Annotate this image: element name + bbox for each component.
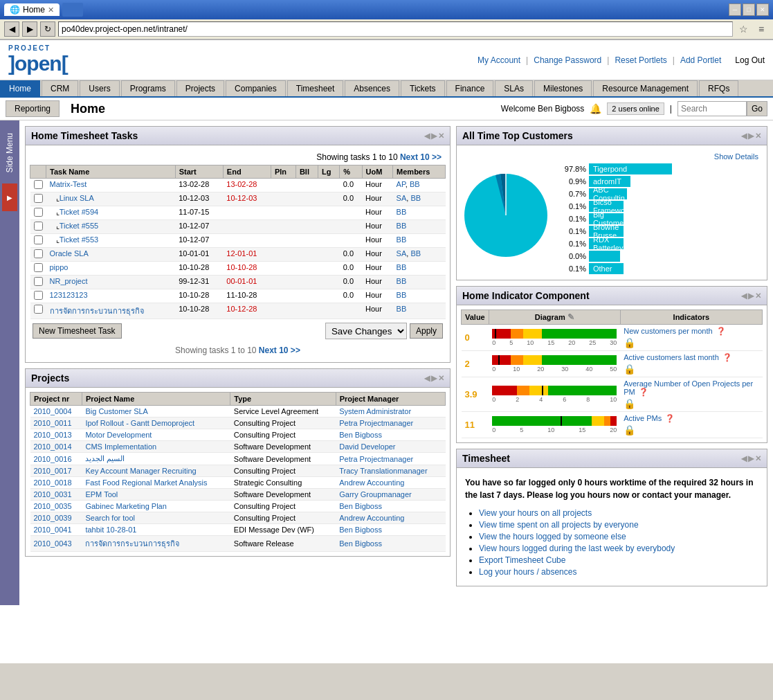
row-checkbox[interactable] (34, 277, 43, 286)
task-name-link[interactable]: NR_project (50, 277, 88, 285)
proj-manager-link[interactable]: System Administrator (339, 407, 411, 415)
tab-programs[interactable]: Programs (121, 80, 175, 96)
proj-nr-link[interactable]: 2010_0014 (34, 442, 72, 451)
logout-link[interactable]: Log Out (735, 55, 765, 65)
tab-milestones[interactable]: Milestones (534, 80, 592, 96)
tab-companies[interactable]: Companies (226, 80, 286, 96)
proj-name-link[interactable]: Motor Development (85, 431, 152, 439)
proj-nr-link[interactable]: 2010_0043 (34, 539, 72, 548)
proj-name-link[interactable]: Key Account Manager Recruiting (85, 467, 196, 475)
proj-nr-link[interactable]: 2010_0011 (34, 419, 72, 427)
edit-icon[interactable]: ✎ (567, 312, 574, 322)
proj-nr-link[interactable]: 2010_0013 (34, 431, 72, 439)
member-link[interactable]: BB (397, 208, 407, 216)
task-name-link[interactable]: pippo (50, 263, 69, 271)
proj-manager-link[interactable]: Garry Groupmanager (339, 490, 412, 499)
task-name-link[interactable]: Ticket #553 (60, 235, 98, 244)
tab-users[interactable]: Users (80, 80, 119, 96)
member-link[interactable]: BB (397, 222, 407, 230)
tab-absences[interactable]: Absences (345, 80, 399, 96)
member-link[interactable]: BB (397, 305, 407, 313)
proj-name-link[interactable]: การจัดการกระบวนการธุรกิจ (85, 539, 179, 548)
save-changes-select[interactable]: Save Changes (325, 323, 407, 339)
member-link[interactable]: BB (410, 180, 420, 188)
row-checkbox[interactable] (34, 180, 43, 189)
row-checkbox[interactable] (34, 235, 43, 244)
browser-tab[interactable]: 🌐 Home ✕ (4, 3, 60, 16)
tab-crm[interactable]: CRM (42, 80, 78, 96)
proj-name-link[interactable]: tahbit 10-28-01 (85, 526, 136, 534)
proj-nr-link[interactable]: 2010_0017 (34, 467, 72, 475)
add-portlet-link[interactable]: Add Portlet (680, 55, 721, 65)
my-account-link[interactable]: My Account (478, 55, 520, 65)
tab-rfqs[interactable]: RFQs (699, 80, 738, 96)
proj-nr-link[interactable]: 2010_0039 (34, 514, 72, 522)
new-tab-area[interactable] (62, 3, 83, 17)
tab-home[interactable]: Home (0, 80, 40, 96)
member-link[interactable]: BB (397, 277, 407, 285)
row-checkbox[interactable] (34, 305, 43, 314)
proj-name-link[interactable]: Gabinec Marketing Plan (85, 502, 166, 510)
side-panel-btn[interactable]: ▶ (2, 183, 17, 211)
row-checkbox[interactable] (34, 194, 43, 203)
proj-name-link[interactable]: CMS Implementation (85, 442, 156, 451)
member-link[interactable]: SA (397, 194, 407, 202)
proj-name-link[interactable]: Search for tool (85, 514, 135, 522)
row-checkbox[interactable] (34, 291, 43, 300)
proj-manager-link[interactable]: Ben Bigboss (339, 539, 382, 548)
proj-manager-link[interactable]: Tracy Translationmanager (339, 467, 427, 475)
member-link[interactable]: BB (397, 263, 407, 271)
tab-resource-management[interactable]: Resource Management (593, 80, 698, 96)
proj-manager-link[interactable]: Ben Bigboss (339, 431, 382, 439)
reporting-tab[interactable]: Reporting (6, 100, 60, 117)
proj-manager-link[interactable]: Andrew Accounting (339, 478, 404, 487)
maximize-btn[interactable]: □ (743, 3, 755, 16)
timesheet-link[interactable]: View time spent on all projects by every… (479, 520, 639, 530)
search-go-btn[interactable]: Go (747, 101, 767, 116)
proj-manager-link[interactable]: Ben Bigboss (339, 526, 382, 534)
task-name-link[interactable]: Linux SLA (60, 194, 94, 202)
back-btn[interactable]: ◀ (4, 21, 19, 37)
timesheet-link[interactable]: View the hours logged by someone else (479, 532, 626, 541)
tab-projects[interactable]: Projects (176, 80, 224, 96)
member-link[interactable]: BB (410, 194, 421, 202)
row-checkbox[interactable] (34, 263, 43, 272)
proj-name-link[interactable]: Ipof Rollout - Gantt Demoproject (85, 419, 194, 427)
proj-nr-link[interactable]: 2010_0035 (34, 502, 72, 510)
member-link[interactable]: BB (410, 249, 421, 258)
proj-nr-link[interactable]: 2010_0041 (34, 526, 72, 534)
task-name-link[interactable]: 123123123 (50, 291, 88, 299)
task-name-link[interactable]: Matrix-Test (50, 180, 87, 188)
task-name-link[interactable]: การจัดการกระบวนการธุรกิจ (50, 307, 144, 315)
forward-btn[interactable]: ▶ (22, 21, 37, 37)
change-password-link[interactable]: Change Password (534, 55, 601, 65)
tab-timesheet[interactable]: Timesheet (287, 80, 344, 96)
member-link[interactable]: SA (397, 249, 407, 258)
ind-label-link[interactable]: Active customers last month (624, 353, 719, 361)
tab-finance[interactable]: Finance (446, 80, 494, 96)
proj-manager-link[interactable]: Ben Bigboss (339, 502, 382, 510)
proj-manager-link[interactable]: Andrew Accounting (339, 514, 404, 522)
timesheet-link[interactable]: View hours logged during the last week b… (479, 544, 675, 553)
tab-close-btn[interactable]: ✕ (48, 6, 54, 15)
member-link[interactable]: AP (397, 180, 406, 188)
proj-nr-link[interactable]: 2010_0031 (34, 490, 72, 499)
proj-nr-link[interactable]: 2010_0004 (34, 407, 72, 415)
row-checkbox[interactable] (34, 222, 43, 231)
tab-slas[interactable]: SLAs (495, 80, 533, 96)
timesheet-link[interactable]: Export Timesheet Cube (479, 555, 565, 565)
ind-label-link[interactable]: New customers per month (624, 327, 712, 335)
apply-btn[interactable]: Apply (410, 323, 443, 339)
task-name-link[interactable]: Ticket #594 (60, 208, 98, 216)
task-name-link[interactable]: Oracle SLA (50, 249, 89, 258)
side-menu-label[interactable]: Side Menu (3, 127, 16, 178)
close-btn[interactable]: ✕ (756, 3, 769, 16)
row-checkbox[interactable] (34, 208, 43, 217)
timesheet-link[interactable]: Log your hours / absences (479, 567, 576, 577)
proj-manager-link[interactable]: Petra Projectmanager (339, 455, 413, 463)
ind-label-link[interactable]: Active PMs (624, 414, 662, 422)
search-input[interactable] (677, 101, 747, 116)
proj-nr-link[interactable]: 2010_0018 (34, 478, 72, 487)
proj-manager-link[interactable]: David Developer (339, 442, 395, 451)
timesheet-link[interactable]: View your hours on all projects (479, 508, 592, 518)
